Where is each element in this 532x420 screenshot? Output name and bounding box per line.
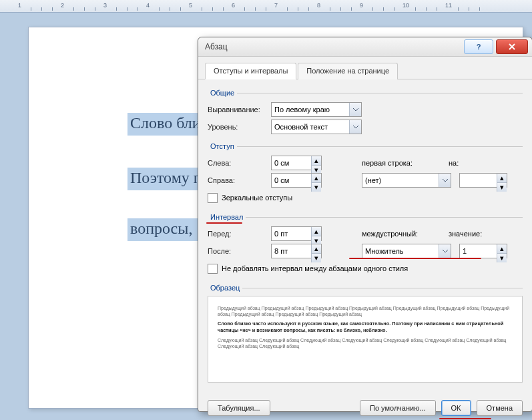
label-alignment: Выравнивание: — [208, 106, 271, 114]
spin-up-icon[interactable]: ▴ — [497, 174, 507, 183]
spin-down-icon[interactable]: ▾ — [497, 183, 507, 192]
spin-up-icon[interactable]: ▴ — [311, 156, 321, 166]
doc-text: вопросы, — [130, 220, 192, 238]
indent-right-value: 0 см — [274, 176, 289, 184]
tabs-button[interactable]: Табуляция... — [208, 400, 270, 416]
ruler-number: 2 — [61, 2, 64, 9]
tab-indents[interactable]: Отступы и интервалы — [205, 63, 296, 79]
indent-left-value: 0 см — [274, 159, 289, 167]
spacing-at-value: 1 — [463, 247, 467, 255]
close-button[interactable] — [496, 39, 528, 54]
ruler-number: 3 — [103, 2, 107, 9]
label-nosame: Не добавлять интервал между абзацами одн… — [222, 264, 408, 272]
ruler-number: 8 — [317, 2, 320, 9]
label-mirror: Зеркальные отступы — [222, 194, 292, 202]
legend-general: Общие — [208, 89, 237, 97]
group-general: Общие Выравнивание: По левому краю Урове… — [208, 89, 523, 137]
chevron-down-icon — [439, 174, 451, 187]
tab-position[interactable]: Положение на странице — [298, 63, 398, 79]
spacing-at-spinner[interactable]: 1 ▴▾ — [459, 244, 507, 258]
ruler-number: 7 — [274, 2, 278, 9]
button-row: Табуляция... По умолчанию... ОК Отмена — [198, 393, 532, 420]
preview-prev: Предыдущий абзац Предыдущий абзац Предыд… — [218, 305, 513, 317]
ruler-number: 9 — [360, 2, 363, 9]
label-by: на: — [449, 159, 522, 167]
label-at: значение: — [449, 230, 522, 238]
linespacing-select[interactable]: Множитель — [362, 244, 451, 258]
legend-preview: Образец — [208, 284, 242, 292]
linespacing-value: Множитель — [365, 247, 404, 255]
ruler-number: 11 — [445, 2, 452, 9]
alignment-select[interactable]: По левому краю — [271, 102, 362, 117]
firstline-value: (нет) — [365, 176, 381, 184]
mirror-checkbox[interactable] — [208, 193, 218, 203]
label-linespacing: междустрочный: — [362, 230, 449, 238]
label-right: Справа: — [208, 176, 271, 184]
ok-button[interactable]: ОК — [441, 400, 471, 416]
spacing-after-value: 8 пт — [274, 247, 288, 255]
ruler-number: 4 — [146, 2, 150, 9]
alignment-value: По левому краю — [274, 106, 330, 114]
doc-text: Поэтому п — [130, 169, 202, 187]
close-icon — [508, 43, 516, 50]
nosame-checkbox[interactable] — [208, 264, 218, 274]
ok-label: ОК — [451, 404, 461, 412]
chevron-down-icon — [349, 120, 361, 134]
chevron-down-icon — [349, 103, 361, 116]
level-select[interactable]: Основной текст — [271, 120, 362, 134]
cancel-button[interactable]: Отмена — [477, 400, 523, 416]
annotation-underline — [349, 258, 481, 259]
spacing-after-spinner[interactable]: 8 пт ▴▾ — [271, 244, 322, 258]
ruler-number: 6 — [232, 2, 235, 9]
indent-left-spinner[interactable]: 0 см ▴▾ — [271, 156, 322, 170]
paragraph-dialog: Абзац ? Отступы и интервалы Положение на… — [198, 37, 532, 412]
group-spacing: Интервал Перед: 0 пт ▴▾ междустрочный: з… — [208, 213, 523, 278]
legend-indent: Отступ — [208, 142, 237, 150]
spin-down-icon[interactable]: ▾ — [311, 183, 321, 192]
spin-up-icon[interactable]: ▴ — [311, 244, 321, 254]
firstline-select[interactable]: (нет) — [362, 173, 451, 188]
group-preview: Образец Предыдущий абзац Предыдущий абза… — [208, 284, 523, 384]
label-after: После: — [208, 247, 271, 255]
group-indent: Отступ Слева: 0 см ▴▾ первая строка: на:… — [208, 142, 523, 208]
spin-down-icon[interactable]: ▾ — [497, 254, 507, 262]
ruler-number: 10 — [403, 2, 409, 9]
label-firstline: первая строка: — [362, 159, 449, 167]
label-before: Перед: — [208, 230, 271, 238]
spacing-before-value: 0 пт — [274, 230, 288, 238]
default-button[interactable]: По умолчанию... — [360, 400, 436, 416]
preview-next: Следующий абзац Следующий абзац Следующи… — [218, 337, 513, 349]
legend-spacing: Интервал — [208, 213, 246, 221]
tab-strip: Отступы и интервалы Положение на страниц… — [198, 57, 532, 79]
label-level: Уровень: — [208, 123, 271, 131]
spin-up-icon[interactable]: ▴ — [311, 227, 321, 236]
doc-text: Слово бли — [130, 114, 201, 132]
spin-up-icon[interactable]: ▴ — [311, 174, 321, 183]
spacing-before-spinner[interactable]: 0 пт ▴▾ — [271, 226, 322, 241]
label-left: Слева: — [208, 159, 271, 167]
indent-by-spinner[interactable]: ▴▾ — [459, 173, 507, 188]
preview-current: Слово близко часто используют в русском … — [218, 321, 513, 334]
level-value: Основной текст — [274, 123, 328, 131]
annotation-underline — [439, 418, 491, 419]
chevron-down-icon — [439, 244, 451, 258]
indent-right-spinner[interactable]: 0 см ▴▾ — [271, 173, 322, 188]
dialog-title: Абзац — [205, 42, 228, 51]
preview-box: Предыдущий абзац Предыдущий абзац Предыд… — [208, 296, 523, 383]
ruler: 1234567891011 — [0, 0, 532, 13]
titlebar[interactable]: Абзац ? — [198, 37, 532, 57]
ruler-number: 1 — [18, 2, 21, 9]
annotation-underline — [206, 222, 242, 224]
spin-up-icon[interactable]: ▴ — [497, 244, 507, 254]
spin-down-icon[interactable]: ▾ — [311, 254, 321, 262]
ruler-number: 5 — [189, 2, 192, 9]
help-button[interactable]: ? — [464, 39, 493, 54]
